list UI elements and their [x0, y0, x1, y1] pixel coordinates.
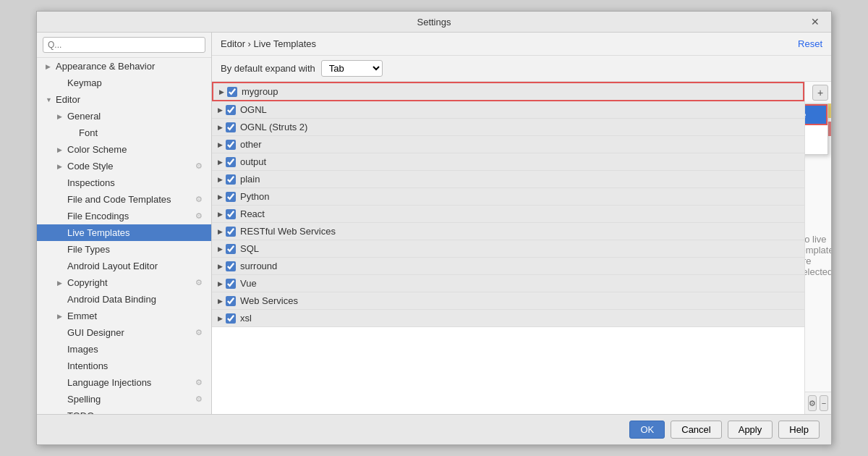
reset-button[interactable]: Reset — [798, 38, 822, 49]
group-checkbox-React[interactable] — [226, 209, 236, 219]
sidebar-item-intentions[interactable]: Intentions — [37, 358, 211, 374]
sidebar-item-emmet[interactable]: ▶Emmet — [37, 308, 211, 324]
sidebar-items: ▶Appearance & BehaviorKeymap▼Editor▶Gene… — [37, 58, 211, 414]
close-button[interactable]: ✕ — [808, 16, 822, 28]
sidebar-item-spelling[interactable]: Spelling⚙ — [37, 391, 211, 408]
sidebar-item-gui-designer[interactable]: GUI Designer⚙ — [37, 324, 211, 341]
gear-icon: ⚙ — [195, 161, 203, 171]
template-group-RESTful[interactable]: ▶RESTful Web Services — [212, 223, 804, 240]
minus-button[interactable]: − — [820, 395, 828, 411]
dropdown-item-live-template[interactable]: 📄 1. Live Template — [805, 104, 827, 125]
gear-button[interactable]: ⚙ — [808, 395, 817, 411]
sidebar-item-file-types[interactable]: File Types — [37, 241, 211, 258]
apply-button[interactable]: Apply — [728, 421, 773, 439]
sidebar-item-lang-injections[interactable]: Language Injections⚙ — [37, 374, 211, 391]
ok-button[interactable]: OK — [629, 421, 665, 439]
sidebar-item-android-layout[interactable]: Android Layout Editor — [37, 258, 211, 274]
group-name-plain: plain — [240, 174, 260, 185]
expand-arrow-icon: ▶ — [218, 245, 223, 253]
group-name-OGNL: OGNL — [240, 104, 267, 115]
sidebar-item-label: Language Injections — [67, 377, 151, 388]
group-name-mygroup: mygroup — [242, 86, 278, 97]
group-checkbox-surround[interactable] — [226, 261, 236, 271]
sidebar: ▶Appearance & BehaviorKeymap▼Editor▶Gene… — [37, 33, 212, 414]
group-checkbox-other[interactable] — [226, 140, 236, 150]
sidebar-item-keymap[interactable]: Keymap — [37, 75, 211, 91]
group-checkbox-plain[interactable] — [226, 174, 236, 185]
cancel-button[interactable]: Cancel — [671, 421, 721, 439]
template-group-WebServices[interactable]: ▶Web Services — [212, 292, 804, 310]
template-group-OGNL[interactable]: ▶OGNL — [212, 101, 804, 119]
group-name-SQL: SQL — [240, 243, 259, 254]
sidebar-item-android-data[interactable]: Android Data Binding — [37, 291, 211, 308]
group-checkbox-xsl[interactable] — [226, 313, 236, 324]
search-box — [37, 33, 211, 58]
title-bar: Settings ✕ — [37, 12, 831, 33]
sidebar-item-live-templates[interactable]: Live Templates — [37, 224, 211, 241]
group-checkbox-RESTful[interactable] — [226, 227, 236, 237]
expand-arrow-icon: ▶ — [218, 280, 223, 287]
template-group-output[interactable]: ▶output — [212, 153, 804, 171]
sidebar-item-label: Inspections — [67, 177, 115, 188]
template-group-mygroup[interactable]: ▶mygroup — [212, 82, 804, 101]
sidebar-item-label: Images — [67, 344, 98, 355]
search-input[interactable] — [43, 37, 205, 53]
sidebar-item-label: File and Code Templates — [67, 194, 171, 205]
no-selection-area: No live templates are selected — [805, 119, 831, 392]
template-group-other[interactable]: ▶other — [212, 136, 804, 153]
bottom-bar-right: ⚙ − — [805, 392, 831, 414]
sidebar-item-general[interactable]: ▶General — [37, 108, 211, 124]
template-group-React[interactable]: ▶React — [212, 206, 804, 223]
sidebar-item-label: Copyright — [67, 277, 108, 288]
group-checkbox-mygroup[interactable] — [227, 87, 237, 97]
gear-icon: ⚙ — [195, 394, 203, 404]
expand-arrow-icon: ▶ — [218, 297, 223, 305]
group-checkbox-OGNL-struts2[interactable] — [226, 122, 236, 132]
sidebar-item-editor[interactable]: ▼Editor — [37, 91, 211, 108]
sidebar-item-label: Emmet — [67, 311, 97, 321]
template-group-Vue[interactable]: ▶Vue — [212, 275, 804, 292]
main-header: Editor › Live Templates Reset — [212, 33, 831, 56]
template-group-Python[interactable]: ▶Python — [212, 188, 804, 206]
add-button[interactable]: + — [812, 85, 828, 101]
expand-arrow-icon: ▶ — [218, 263, 223, 270]
expand-arrow-icon: ▶ — [219, 88, 224, 96]
sidebar-item-todo[interactable]: TODO — [37, 408, 211, 414]
group-checkbox-SQL[interactable] — [226, 244, 236, 254]
dialog-footer: OK Cancel Apply Help — [37, 414, 831, 444]
sidebar-item-file-code-templates[interactable]: File and Code Templates⚙ — [37, 191, 211, 208]
gear-icon: ⚙ — [195, 378, 203, 387]
sidebar-item-label: Editor — [56, 94, 80, 105]
arrow-icon: ▶ — [57, 313, 64, 320]
template-group-xsl[interactable]: ▶xsl — [212, 310, 804, 327]
sidebar-item-file-encodings[interactable]: File Encodings⚙ — [37, 208, 211, 224]
group-name-output: output — [240, 156, 266, 167]
expand-arrow-icon: ▶ — [218, 141, 223, 148]
group-checkbox-Python[interactable] — [226, 192, 236, 202]
sidebar-item-images[interactable]: Images — [37, 341, 211, 358]
sidebar-item-label: Keymap — [67, 77, 102, 88]
sidebar-item-font[interactable]: Font — [37, 124, 211, 141]
group-name-React: React — [240, 208, 265, 219]
template-group-OGNL-struts2[interactable]: ▶OGNL (Struts 2) — [212, 119, 804, 136]
sidebar-item-color-scheme[interactable]: ▶Color Scheme — [37, 141, 211, 158]
group-name-OGNL-struts2: OGNL (Struts 2) — [240, 122, 307, 132]
template-group-SQL[interactable]: ▶SQL — [212, 240, 804, 258]
template-group-plain[interactable]: ▶plain — [212, 171, 804, 188]
group-checkbox-OGNL[interactable] — [226, 105, 236, 115]
sidebar-item-label: File Encodings — [67, 211, 129, 221]
gear-icon: ⚙ — [195, 328, 203, 337]
group-checkbox-output[interactable] — [226, 157, 236, 167]
expand-arrow-icon: ▶ — [218, 315, 223, 322]
group-checkbox-WebServices[interactable] — [226, 296, 236, 306]
sidebar-item-copyright[interactable]: ▶Copyright⚙ — [37, 274, 211, 291]
template-group-surround[interactable]: ▶surround — [212, 258, 804, 275]
group-checkbox-Vue[interactable] — [226, 279, 236, 289]
arrow-icon: ▶ — [57, 113, 64, 120]
sidebar-item-inspections[interactable]: Inspections — [37, 174, 211, 191]
dropdown-item-template-group[interactable]: 📁 2. Template Group... — [805, 125, 827, 154]
sidebar-item-appearance[interactable]: ▶Appearance & Behavior — [37, 58, 211, 75]
sidebar-item-code-style[interactable]: ▶Code Style⚙ — [37, 158, 211, 174]
expand-with-select[interactable]: Tab Enter Space — [321, 60, 383, 77]
help-button[interactable]: Help — [778, 421, 820, 439]
